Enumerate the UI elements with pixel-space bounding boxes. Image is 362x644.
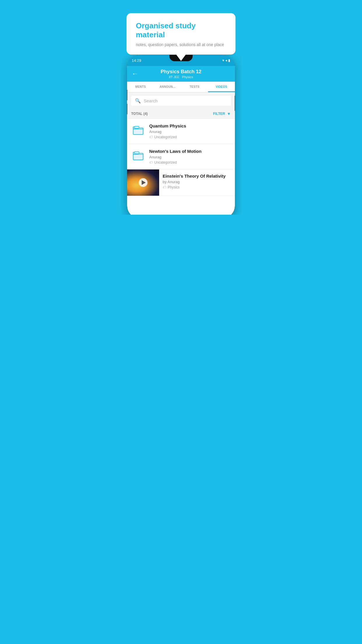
item-tag: 🏷 Uncategorized xyxy=(149,135,231,139)
folder-icon xyxy=(133,125,144,136)
status-time: 14:29 xyxy=(132,58,141,63)
bubble-subtitle: notes, question papers, solutions all at… xyxy=(136,42,226,47)
tag-icon: 🏷 xyxy=(149,160,153,164)
list-item[interactable]: Newton's Laws of Motion Anurag 🏷 Uncateg… xyxy=(127,144,235,169)
play-icon xyxy=(142,180,146,185)
filter-button[interactable]: FILTER ▼ xyxy=(213,111,231,116)
status-icons: ▾ ◂ ▮ xyxy=(222,58,230,62)
folder-icon-wrap xyxy=(131,123,145,136)
wifi-icon: ▾ xyxy=(222,58,224,62)
header-subtitle-physics: Physics xyxy=(182,75,193,79)
power-button xyxy=(235,96,235,111)
thumbnail-bg xyxy=(127,169,159,196)
folder-icon-wrap xyxy=(131,149,145,161)
item-tag: 🏷 Physics xyxy=(163,185,231,189)
header-center: Physics Batch 12 IIT JEE Physics xyxy=(142,69,220,79)
item-info: Einstein's Theory Of Relativity by Anura… xyxy=(159,169,235,193)
speech-bubble: Organised study material notes, question… xyxy=(126,13,236,55)
battery-icon: ▮ xyxy=(228,58,230,62)
bubble-title: Organised study material xyxy=(136,21,226,39)
item-tag: 🏷 Uncategorized xyxy=(149,160,231,164)
app-header: ← Physics Batch 12 IIT JEE Physics xyxy=(127,66,235,82)
play-button[interactable] xyxy=(139,178,147,187)
total-label: TOTAL (4) xyxy=(131,112,148,116)
back-button[interactable]: ← xyxy=(132,70,138,78)
volume-up-button xyxy=(127,90,127,100)
item-info: Newton's Laws of Motion Anurag 🏷 Uncateg… xyxy=(149,149,231,164)
item-author: Anurag xyxy=(149,155,231,159)
tab-tests[interactable]: TESTS xyxy=(181,82,208,92)
phone-inner: 14:29 ▾ ◂ ▮ ← Physics Batch 12 IIT JEE P… xyxy=(127,55,235,215)
search-icon: 🔍 xyxy=(135,98,141,104)
item-author: by Anurag xyxy=(163,180,231,184)
list-item[interactable]: Einstein's Theory Of Relativity by Anura… xyxy=(127,169,235,196)
filter-icon: ▼ xyxy=(227,111,231,116)
volume-down-button xyxy=(127,104,127,114)
header-subtitle: IIT JEE Physics xyxy=(142,75,220,79)
filter-row: TOTAL (4) FILTER ▼ xyxy=(127,109,235,119)
tag-label: Uncategorized xyxy=(154,160,177,164)
item-author: Anurag xyxy=(149,130,231,134)
speech-bubble-wrapper: Organised study material notes, question… xyxy=(126,13,236,55)
filter-label: FILTER xyxy=(213,112,225,116)
signal-icon: ◂ xyxy=(225,58,227,62)
item-info: Quantum Physics Anurag 🏷 Uncategorized xyxy=(149,123,231,139)
item-title: Quantum Physics xyxy=(149,123,231,128)
search-bar-wrapper: 🔍 Search xyxy=(127,92,235,109)
tag-icon: 🏷 xyxy=(163,185,166,189)
tag-label: Uncategorized xyxy=(154,135,177,139)
thumbnail-wrap xyxy=(127,169,159,196)
tab-videos[interactable]: VIDEOS xyxy=(208,82,235,92)
item-title: Newton's Laws of Motion xyxy=(149,149,231,154)
tabs-bar: MENTS ANNOUN... TESTS VIDEOS xyxy=(127,82,235,92)
tab-announcements[interactable]: ANNOUN... xyxy=(154,82,181,92)
content-list: Quantum Physics Anurag 🏷 Uncategorized xyxy=(127,119,235,196)
folder-icon xyxy=(133,150,144,161)
tag-icon: 🏷 xyxy=(149,135,153,139)
svg-rect-5 xyxy=(135,152,139,154)
svg-rect-2 xyxy=(135,126,139,129)
tab-ments[interactable]: MENTS xyxy=(127,82,154,92)
search-placeholder: Search xyxy=(144,98,158,103)
tag-label: Physics xyxy=(168,185,180,189)
header-title: Physics Batch 12 xyxy=(142,69,220,75)
list-item[interactable]: Quantum Physics Anurag 🏷 Uncategorized xyxy=(127,119,235,144)
search-bar[interactable]: 🔍 Search xyxy=(131,95,231,106)
header-subtitle-iitjee: IIT JEE xyxy=(169,75,180,79)
phone-frame: 14:29 ▾ ◂ ▮ ← Physics Batch 12 IIT JEE P… xyxy=(127,55,235,215)
item-title: Einstein's Theory Of Relativity xyxy=(163,174,231,178)
